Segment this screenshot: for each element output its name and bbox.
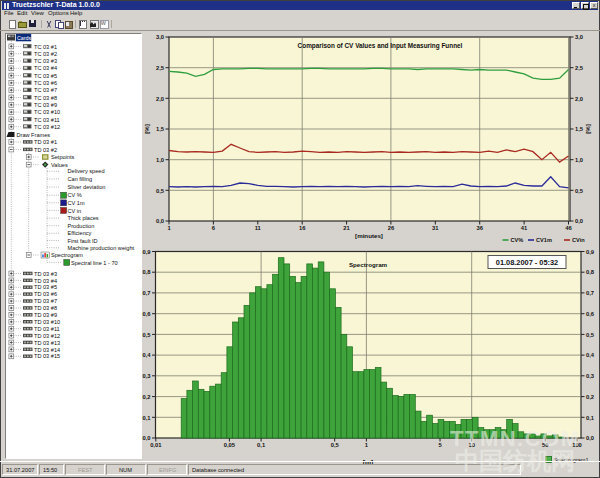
svg-text:0,6: 0,6 bbox=[586, 311, 595, 317]
svg-text:1,5: 1,5 bbox=[156, 126, 165, 132]
svg-text:[minutes]: [minutes] bbox=[355, 232, 383, 239]
svg-text:CVin: CVin bbox=[572, 237, 585, 243]
svg-text:16: 16 bbox=[299, 225, 306, 231]
svg-text:31: 31 bbox=[432, 225, 439, 231]
svg-text:41: 41 bbox=[521, 225, 528, 231]
svg-text:1,5: 1,5 bbox=[575, 126, 584, 132]
svg-text:0,5: 0,5 bbox=[331, 442, 340, 448]
svg-text:CV%: CV% bbox=[511, 237, 524, 243]
svg-text:0,3: 0,3 bbox=[586, 373, 595, 379]
svg-text:0,5: 0,5 bbox=[142, 332, 151, 338]
svg-text:01.08.2007 - 05:32: 01.08.2007 - 05:32 bbox=[496, 258, 558, 267]
svg-text:0,01: 0,01 bbox=[150, 442, 162, 448]
svg-text:46: 46 bbox=[565, 225, 572, 231]
svg-text:5: 5 bbox=[438, 442, 442, 448]
svg-text:3,0: 3,0 bbox=[575, 34, 583, 40]
svg-text:21: 21 bbox=[343, 225, 350, 231]
svg-text:2,0: 2,0 bbox=[156, 96, 164, 102]
svg-text:0,2: 0,2 bbox=[586, 394, 594, 400]
svg-text:[%]: [%] bbox=[584, 124, 591, 134]
svg-text:Spectrogram: Spectrogram bbox=[349, 261, 388, 268]
svg-text:2,5: 2,5 bbox=[156, 65, 165, 71]
svg-text:0,4: 0,4 bbox=[586, 352, 595, 358]
svg-text:0,1: 0,1 bbox=[257, 442, 266, 448]
svg-text:26: 26 bbox=[388, 225, 395, 231]
svg-text:Comparison of CV Values and In: Comparison of CV Values and Input Measur… bbox=[298, 42, 463, 50]
svg-text:11: 11 bbox=[255, 225, 262, 231]
svg-text:0,5: 0,5 bbox=[156, 188, 165, 194]
svg-text:0,1: 0,1 bbox=[586, 415, 595, 421]
svg-text:0,2: 0,2 bbox=[142, 394, 150, 400]
svg-text:[%]: [%] bbox=[143, 124, 150, 134]
svg-text:0,05: 0,05 bbox=[224, 442, 236, 448]
svg-text:0,8: 0,8 bbox=[586, 269, 595, 275]
svg-text:1,0: 1,0 bbox=[156, 157, 164, 163]
svg-text:0,5: 0,5 bbox=[575, 188, 584, 194]
svg-text:0,9: 0,9 bbox=[142, 249, 151, 255]
svg-text:0,0: 0,0 bbox=[156, 218, 164, 224]
svg-text:2,5: 2,5 bbox=[575, 65, 584, 71]
svg-text:0,0: 0,0 bbox=[575, 218, 583, 224]
svg-text:1: 1 bbox=[167, 225, 171, 231]
svg-text:6: 6 bbox=[212, 225, 216, 231]
svg-text:0,6: 0,6 bbox=[142, 311, 151, 317]
svg-text:1,0: 1,0 bbox=[575, 157, 583, 163]
svg-text:0,8: 0,8 bbox=[142, 269, 151, 275]
svg-text:0,0: 0,0 bbox=[142, 435, 150, 441]
svg-text:0,5: 0,5 bbox=[586, 332, 595, 338]
svg-text:3,0: 3,0 bbox=[156, 34, 164, 40]
svg-text:0,9: 0,9 bbox=[586, 249, 595, 255]
svg-text:0,7: 0,7 bbox=[142, 290, 150, 296]
svg-text:CV1m: CV1m bbox=[536, 237, 552, 243]
svg-text:0,3: 0,3 bbox=[142, 373, 151, 379]
svg-text:36: 36 bbox=[476, 225, 483, 231]
svg-text:2,0: 2,0 bbox=[575, 96, 583, 102]
svg-text:1: 1 bbox=[365, 442, 369, 448]
svg-text:0,4: 0,4 bbox=[142, 352, 151, 358]
svg-text:0,1: 0,1 bbox=[142, 415, 151, 421]
svg-text:0,7: 0,7 bbox=[586, 290, 594, 296]
